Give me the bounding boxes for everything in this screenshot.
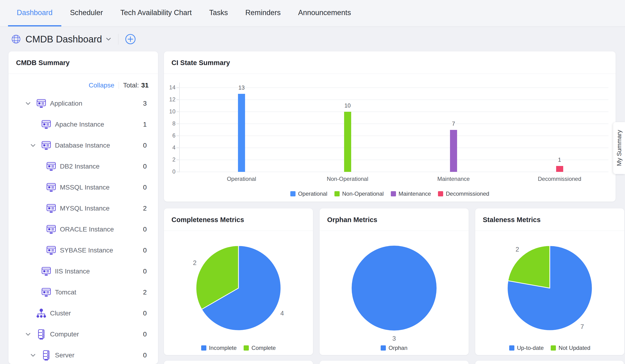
bar-maintenance[interactable] — [450, 130, 457, 172]
axis-tick — [176, 172, 179, 172]
axis-tick — [176, 88, 179, 88]
y-tick-label: 10 — [156, 108, 176, 115]
legend-item-maintenance[interactable]: Maintenance — [391, 190, 431, 197]
tree-chevron-spacer — [35, 205, 46, 212]
y-tick-label: 2 — [156, 156, 176, 163]
x-axis-label: Decommissioned — [522, 176, 597, 182]
legend-item-operational[interactable]: Operational — [290, 190, 327, 197]
tree-chevron-spacer — [30, 289, 41, 296]
chart-legend: OperationalNon-OperationalMaintenanceDec… — [164, 190, 616, 197]
tree-expand-icon[interactable] — [25, 100, 36, 107]
legend-item-decommissioned[interactable]: Decommissioned — [438, 190, 489, 197]
application-icon — [46, 182, 57, 193]
computer-icon — [41, 350, 52, 361]
partial-card — [164, 361, 313, 364]
legend-item-non-operational[interactable]: Non-Operational — [334, 190, 384, 197]
tree-item-database-instance[interactable]: Database Instance0 — [8, 135, 158, 156]
legend-item-orphan[interactable]: Orphan — [381, 345, 407, 351]
axis-tick — [176, 136, 179, 136]
tree-item-count: 0 — [143, 142, 147, 149]
tree-expand-icon[interactable] — [25, 331, 36, 338]
x-axis-label: Non-Operational — [310, 176, 385, 182]
legend-item-up-to-date[interactable]: Up-to-date — [509, 345, 544, 351]
legend-label: Non-Operational — [342, 190, 384, 197]
bar-non-operational[interactable] — [344, 112, 351, 172]
tree-item-server[interactable]: Server0 — [8, 345, 158, 364]
legend-item-incomplete[interactable]: Incomplete — [201, 345, 237, 351]
pie-svg: 3 — [320, 231, 469, 341]
tab-tasks[interactable]: Tasks — [200, 0, 237, 26]
bar-value-label: 7 — [437, 121, 470, 127]
legend-item-complete[interactable]: Complete — [244, 345, 276, 351]
tab-reminders[interactable]: Reminders — [237, 0, 289, 26]
application-icon — [36, 98, 47, 109]
my-summary-tab-label: My Summary — [616, 130, 623, 166]
y-tick-label: 4 — [156, 144, 176, 151]
tree-item-db2-instance[interactable]: DB2 Instance0 — [8, 156, 158, 177]
application-icon — [41, 119, 52, 130]
legend-swatch — [290, 191, 296, 196]
legend-item-not-updated[interactable]: Not Updated — [551, 345, 590, 351]
tree-item-application[interactable]: Application3 — [8, 93, 158, 114]
legend-label: Up-to-date — [517, 345, 544, 351]
tree-expand-icon[interactable] — [30, 352, 41, 359]
collapse-link[interactable]: Collapse — [89, 82, 114, 89]
legend-swatch — [438, 191, 443, 196]
tree-expand-icon[interactable] — [30, 142, 41, 149]
tree-item-apache-instance[interactable]: Apache Instance1 — [8, 114, 158, 135]
tree-item-count: 0 — [143, 309, 147, 317]
tree-item-sybase-instance[interactable]: SYBASE Instance0 — [8, 240, 158, 261]
tab-dashboard[interactable]: Dashboard — [8, 0, 61, 26]
axis-tick — [176, 112, 179, 112]
tree-item-iis-instance[interactable]: IIS Instance0 — [8, 261, 158, 282]
tab-tech-availability-chart[interactable]: Tech Availability Chart — [112, 0, 200, 26]
legend-label: Operational — [298, 190, 327, 197]
tree-item-label: SYBASE Instance — [60, 247, 113, 254]
axis-tick — [176, 148, 179, 148]
tree-item-count: 2 — [143, 289, 147, 296]
bar-value-label: 1 — [543, 156, 576, 163]
chart-legend: Up-to-dateNot Updated — [475, 345, 624, 351]
tree-item-oracle-instance[interactable]: ORACLE Instance0 — [8, 219, 158, 240]
tree-item-cluster[interactable]: Cluster0 — [8, 303, 158, 324]
tree-item-label: Application — [50, 100, 82, 107]
bar-value-label: 10 — [331, 102, 364, 109]
tree-item-label: Apache Instance — [55, 121, 104, 128]
legend-swatch — [391, 191, 396, 196]
tab-scheduler[interactable]: Scheduler — [61, 0, 112, 26]
tree-item-label: Server — [55, 352, 74, 359]
chevron-down-icon[interactable] — [105, 36, 112, 42]
add-dashboard-button[interactable] — [125, 34, 136, 45]
tree-item-count: 3 — [143, 100, 147, 107]
dashboard-title[interactable]: CMDB Dashboard — [26, 34, 102, 45]
pie-value-label: 7 — [580, 323, 584, 330]
card-divider — [164, 74, 616, 74]
tree-item-tomcat[interactable]: Tomcat2 — [8, 282, 158, 303]
tree-item-mysql-instance[interactable]: MYSQL Instance2 — [8, 198, 158, 219]
tree-item-label: IIS Instance — [55, 268, 90, 275]
pie-slice-not-updated[interactable] — [508, 246, 550, 288]
toolbar-divider — [119, 82, 119, 89]
tree-item-count: 1 — [143, 121, 147, 128]
pie-slice-orphan[interactable] — [352, 246, 437, 331]
tab-announcements[interactable]: Announcements — [289, 0, 360, 26]
my-summary-tab[interactable]: My Summary — [613, 122, 625, 174]
dashboard-header: CMDB Dashboard — [0, 27, 625, 51]
chart-legend: Orphan — [320, 345, 469, 351]
bar-decommissioned[interactable] — [556, 166, 563, 172]
tree-item-mssql-instance[interactable]: MSSQL Instance0 — [8, 177, 158, 198]
application-icon — [46, 245, 57, 256]
tree-chevron-spacer — [35, 247, 46, 254]
ci-state-summary-title: CI State Summary — [171, 59, 230, 67]
tree-item-computer[interactable]: Computer0 — [8, 324, 158, 345]
globe-icon — [11, 34, 21, 44]
ci-type-tree: Application3 Apache Instance1 Database I… — [8, 93, 158, 364]
tree-item-label: Database Instance — [55, 142, 110, 149]
tree-item-count: 2 — [143, 205, 147, 212]
bar-operational[interactable] — [238, 94, 245, 172]
legend-label: Not Updated — [559, 345, 590, 351]
cmdb-summary-title: CMDB Summary — [16, 59, 70, 67]
axis-tick — [176, 99, 179, 100]
y-tick-label: 6 — [156, 132, 176, 139]
tree-chevron-spacer — [30, 121, 41, 128]
